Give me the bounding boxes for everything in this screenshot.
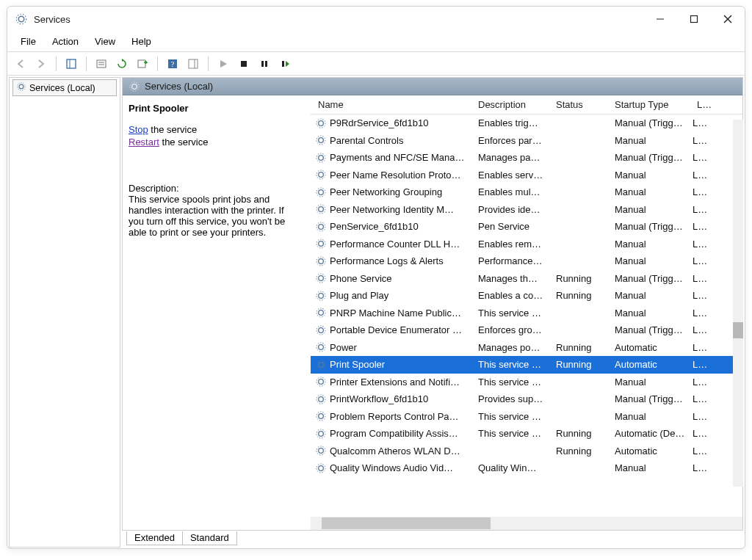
svg-point-42 [319,276,324,281]
service-desc: Provides ide… [474,204,552,215]
column-logon[interactable]: Log On As [693,99,712,110]
service-row[interactable]: Printer Extensions and Notifi…This servi… [311,374,742,391]
service-row[interactable]: Print SpoolerThis service …RunningAutoma… [311,356,742,374]
gear-icon [315,307,327,319]
svg-point-55 [317,377,325,386]
menu-action[interactable]: Action [45,34,86,49]
service-logon: Lo… [693,342,712,353]
service-name: PenService_6fd1b10 [330,221,419,232]
column-name[interactable]: Name [311,99,474,110]
service-logon: Lo… [693,239,712,250]
service-row[interactable]: Program Compatibility Assis…This service… [311,425,742,443]
svg-point-1 [16,14,26,24]
show-hide-action-pane-button[interactable] [184,55,202,73]
service-status: Running [552,273,610,284]
close-button[interactable] [711,7,745,32]
service-name: Performance Logs & Alerts [330,255,444,266]
tree-item-label: Services (Local) [29,83,95,93]
service-name: Performance Counter DLL H… [330,239,460,250]
svg-point-22 [132,84,137,89]
svg-point-51 [317,343,325,352]
service-rows[interactable]: P9RdrService_6fd1b10Enables trig…Manual … [311,114,742,517]
tree-pane[interactable]: Services (Local) [9,77,120,548]
service-row[interactable]: Peer Name Resolution Proto…Enables serv…… [311,167,742,184]
vertical-scrollbar[interactable] [733,120,743,487]
service-row[interactable]: Portable Device Enumerator …Enforces gro… [311,321,742,339]
service-row[interactable]: Plug and PlayEnables a co…RunningManualL… [311,287,742,305]
service-logon: Lo… [693,411,712,422]
minimize-button[interactable] [643,7,677,32]
service-row[interactable]: Peer Networking GroupingEnables mul…Manu… [311,183,742,201]
service-row[interactable]: PenService_6fd1b10Pen ServiceManual (Tri… [311,218,742,236]
service-status: Running [552,342,610,353]
start-service-button[interactable] [214,55,232,73]
svg-point-39 [317,239,325,248]
refresh-button[interactable] [113,55,131,73]
svg-point-53 [317,360,325,369]
svg-point-46 [319,310,324,316]
gear-icon [315,272,327,284]
service-row[interactable]: Parental ControlsEnforces par…ManualLo… [311,132,742,150]
service-logon: Lo… [693,446,712,457]
gear-icon [315,221,327,233]
maximize-button[interactable] [677,7,711,32]
menu-help[interactable]: Help [124,34,159,49]
menu-view[interactable]: View [87,34,123,49]
service-row[interactable]: PNRP Machine Name Public…This service …M… [311,305,742,322]
stop-service-button[interactable] [235,55,253,73]
window-buttons [643,7,745,32]
stop-service-link[interactable]: Stop [129,124,148,135]
service-startup: Automatic [610,342,693,353]
service-name: PNRP Machine Name Public… [330,308,461,319]
stop-service-line: Stop the service [129,124,302,135]
gear-icon [315,117,327,129]
back-button[interactable] [12,55,29,73]
service-row[interactable]: PrintWorkflow_6fd1b10Provides sup…Manual… [311,390,742,408]
menu-file[interactable]: File [13,34,43,49]
menubar: File Action View Help [7,32,745,52]
service-desc: Enforces par… [474,135,552,146]
column-description[interactable]: Description [474,99,552,110]
service-row[interactable]: Quality Windows Audio Vid…Quality Win…Ma… [311,459,742,477]
vscroll-thumb[interactable] [733,322,743,338]
svg-point-35 [317,205,325,214]
properties-button[interactable] [93,55,110,73]
pause-service-button[interactable] [256,55,273,73]
hscroll-thumb[interactable] [322,517,491,529]
toolbar-separator [157,57,158,71]
service-name: Parental Controls [330,135,403,146]
export-list-button[interactable] [134,55,151,73]
service-row[interactable]: P9RdrService_6fd1b10Enables trig…Manual … [311,114,742,132]
service-status: Running [552,446,610,457]
service-row[interactable]: Performance Logs & AlertsPerformance…Man… [311,252,742,270]
services-window: Services File Action View Help ? [7,6,745,549]
service-desc: Enables trig… [474,117,552,128]
service-row[interactable]: Qualcomm Atheros WLAN D…RunningAutomatic… [311,443,742,460]
svg-point-54 [319,379,324,385]
gear-icon [315,341,327,353]
service-row[interactable]: Peer Networking Identity M…Provides ide…… [311,201,742,219]
service-row[interactable]: Performance Counter DLL H…Enables rem…Ma… [311,236,742,253]
restart-service-link[interactable]: Restart [129,137,159,148]
show-hide-tree-button[interactable] [62,55,80,73]
svg-point-34 [319,207,324,212]
gear-icon [315,462,327,474]
restart-service-button[interactable] [276,55,294,73]
help-button[interactable]: ? [164,55,181,73]
tab-standard[interactable]: Standard [182,531,237,545]
service-row[interactable]: Payments and NFC/SE Mana…Manages pa…Manu… [311,149,742,167]
service-row[interactable]: Problem Reports Control Pa…This service … [311,408,742,426]
horizontal-scrollbar[interactable] [311,517,742,530]
service-startup: Manual [610,186,693,197]
stop-suffix: the service [148,124,197,135]
service-startup: Automatic (De… [610,428,693,439]
service-row[interactable]: PowerManages po…RunningAutomaticLo… [311,339,742,357]
tab-extended[interactable]: Extended [126,531,183,545]
column-status[interactable]: Status [552,99,610,110]
pane-header-title: Services (Local) [145,81,213,92]
tree-item-services-local[interactable]: Services (Local) [12,79,117,96]
svg-point-27 [317,136,325,145]
forward-button[interactable] [32,55,50,73]
column-startup-type[interactable]: Startup Type [610,99,693,110]
service-row[interactable]: Phone ServiceManages th…RunningManual (T… [311,270,742,288]
